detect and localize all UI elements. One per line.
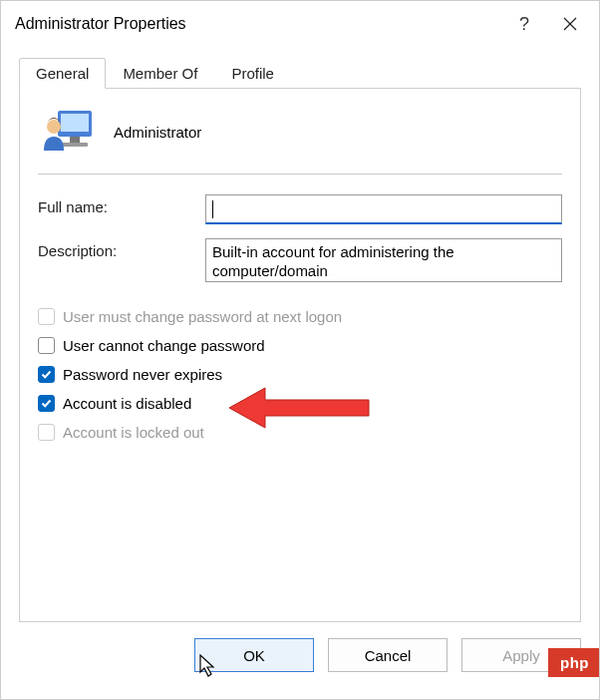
- checkbox-group: User must change password at next logon …: [38, 302, 562, 447]
- close-button[interactable]: [547, 1, 593, 47]
- check-must-change-password: User must change password at next logon: [38, 302, 562, 331]
- full-name-input[interactable]: [205, 194, 562, 224]
- account-header: Administrator: [38, 107, 562, 174]
- cancel-button[interactable]: Cancel: [328, 638, 448, 672]
- check-cannot-change-password[interactable]: User cannot change password: [38, 331, 562, 360]
- tab-panel-general: Administrator Full name: Description: Bu…: [19, 88, 581, 622]
- svg-rect-5: [62, 143, 88, 147]
- checkbox-icon: [38, 424, 55, 441]
- tab-member-of[interactable]: Member Of: [106, 58, 214, 89]
- checkbox-icon: [38, 337, 55, 354]
- title-bar: Administrator Properties ?: [1, 1, 599, 47]
- watermark-text: php: [560, 654, 589, 671]
- help-icon: ?: [519, 14, 529, 35]
- description-row: Description: Built-in account for admini…: [38, 238, 562, 282]
- checkbox-label: Account is locked out: [63, 424, 204, 441]
- check-password-never-expires[interactable]: Password never expires: [38, 360, 562, 389]
- close-icon: [563, 17, 577, 31]
- svg-rect-3: [61, 114, 89, 132]
- text-caret: [212, 200, 213, 218]
- checkbox-label: Password never expires: [63, 366, 222, 383]
- tab-general[interactable]: General: [19, 58, 106, 89]
- account-name: Administrator: [114, 124, 201, 141]
- divider: [38, 174, 562, 175]
- checkbox-icon: [38, 308, 55, 325]
- tab-profile[interactable]: Profile: [214, 58, 291, 89]
- checkbox-label: Account is disabled: [63, 395, 191, 412]
- window-title: Administrator Properties: [15, 15, 501, 33]
- user-icon: [42, 109, 94, 156]
- ok-button[interactable]: OK: [194, 638, 314, 672]
- checkbox-label: User must change password at next logon: [63, 308, 342, 325]
- check-account-is-disabled[interactable]: Account is disabled: [38, 389, 562, 418]
- svg-rect-4: [70, 137, 80, 143]
- dialog-button-row: OK Cancel Apply: [1, 622, 599, 672]
- checkbox-icon: [38, 366, 55, 383]
- checkbox-label: User cannot change password: [63, 337, 265, 354]
- svg-point-6: [47, 120, 61, 134]
- description-label: Description:: [38, 238, 205, 259]
- check-account-is-locked-out: Account is locked out: [38, 418, 562, 447]
- full-name-row: Full name:: [38, 194, 562, 224]
- tab-strip: General Member Of Profile: [1, 47, 599, 89]
- help-button[interactable]: ?: [501, 1, 547, 47]
- full-name-label: Full name:: [38, 194, 205, 215]
- description-input[interactable]: Built-in account for administering the c…: [205, 238, 562, 282]
- checkbox-icon: [38, 395, 55, 412]
- watermark-badge: php: [548, 648, 599, 677]
